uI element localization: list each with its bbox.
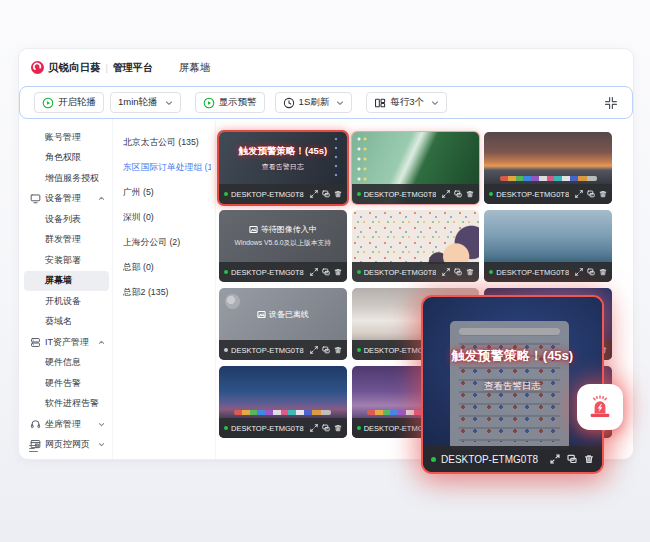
sidebar-item-安装部署[interactable]: 安装部署 (24, 250, 109, 271)
sidebar-item-label: 开机设备 (45, 295, 81, 308)
delete-icon[interactable] (466, 268, 474, 276)
chevron-down-icon (98, 441, 105, 448)
remote-control-icon[interactable] (587, 268, 595, 276)
sidebar-item-屏幕墙[interactable]: 屏幕墙 (24, 271, 109, 292)
group-item[interactable]: 深圳 (0) (123, 205, 211, 230)
page-background: 贝锐向日葵 | 管理平台 屏幕墙 开启轮播1min轮播显示预警1S刷新每行3个 … (0, 0, 650, 542)
screen-tile[interactable]: DESKTOP-ETMG0T8 (352, 210, 480, 282)
play-icon (42, 97, 54, 109)
fullscreen-icon[interactable] (310, 346, 318, 354)
remote-control-icon[interactable] (322, 268, 330, 276)
sidebar-item-增值服务授权[interactable]: 增值服务授权 (24, 168, 109, 189)
tile-device-actions (310, 346, 342, 354)
group-list: 北京太古公司 (135)东区国际订单处理组 (12)广州 (5)深圳 (0)上海… (113, 119, 216, 459)
screen-tile[interactable]: DESKTOP-ETMG0T8 (219, 366, 347, 438)
tile-device-actions (310, 268, 342, 276)
sidebar-item-label: 硬件信息 (45, 356, 81, 369)
compress-view-icon[interactable] (604, 96, 618, 110)
screen-tile[interactable]: 触发预警策略！(45s)查看告警日志DESKTOP-ETMG0T8 (219, 132, 347, 204)
delete-icon[interactable] (466, 190, 474, 198)
sidebar-item-设备管理[interactable]: 设备管理 (24, 189, 109, 210)
sidebar-item-设备列表[interactable]: 设备列表 (24, 209, 109, 230)
tile-device-name: DESKTOP-ETMG0T8 (231, 268, 304, 277)
popup-device-bar: DESKTOP-ETMG0T8 (423, 446, 602, 472)
delete-icon[interactable] (334, 424, 342, 432)
headset-icon (30, 419, 41, 430)
online-status-dot (357, 270, 361, 274)
delete-icon[interactable] (334, 268, 342, 276)
group-item[interactable]: 上海分公司 (2) (123, 230, 211, 255)
sidebar-item-开机设备[interactable]: 开机设备 (24, 291, 109, 312)
alert-popup[interactable]: 触发预警策略！(45s) 查看告警日志 DESKTOP-ETMG0T8 (423, 297, 602, 472)
online-status-dot (224, 192, 228, 196)
image-icon (257, 310, 266, 319)
remote-control-icon[interactable] (454, 268, 462, 276)
alarm-badge[interactable] (577, 384, 623, 430)
tile-device-name: DESKTOP-ETMG0T8 (231, 190, 304, 199)
delete-icon[interactable] (334, 346, 342, 354)
remote-control-icon[interactable] (322, 424, 330, 432)
screen-tile[interactable]: 设备已离线DESKTOP-ETMG0T8 (219, 288, 347, 360)
sidebar-item-label: 群发管理 (45, 233, 81, 246)
delete-icon[interactable] (599, 190, 607, 198)
tile-notice-row: 等待图像传入中 (249, 224, 317, 235)
refresh-interval-button[interactable]: 1S刷新 (275, 92, 353, 113)
delete-icon[interactable] (584, 454, 594, 464)
tile-device-bar: DESKTOP-ETMG0T8 (484, 262, 612, 282)
fullscreen-icon[interactable] (310, 190, 318, 198)
sidebar-item-坐席管理[interactable]: 坐席管理 (24, 414, 109, 435)
remote-control-icon[interactable] (322, 190, 330, 198)
sidebar-collapse-icon[interactable] (28, 443, 39, 454)
group-item[interactable]: 总部2 (135) (123, 280, 211, 305)
group-item[interactable]: 总部 (0) (123, 255, 211, 280)
remote-control-icon[interactable] (567, 454, 577, 464)
tile-device-bar: DESKTOP-ETMG0T8 (219, 184, 347, 204)
tile-device-bar: DESKTOP-ETMG0T8 (352, 262, 480, 282)
start-carousel-button[interactable]: 开启轮播 (34, 92, 104, 113)
screen-tile[interactable]: 等待图像传入中Windows V5.6.0及以上版本支持DESKTOP-ETMG… (219, 210, 347, 282)
sidebar-item-群发管理[interactable]: 群发管理 (24, 230, 109, 251)
fullscreen-icon[interactable] (442, 190, 450, 198)
fullscreen-icon[interactable] (550, 454, 560, 464)
sidebar-item-硬件告警[interactable]: 硬件告警 (24, 373, 109, 394)
sidebar-item-软件进程告警[interactable]: 软件进程告警 (24, 394, 109, 415)
popup-alert-log-link[interactable]: 查看告警日志 (484, 380, 541, 393)
sidebar-item-硬件信息[interactable]: 硬件信息 (24, 353, 109, 374)
remote-control-icon[interactable] (454, 190, 462, 198)
per-row-button[interactable]: 每行3个 (366, 92, 447, 113)
online-status-dot (489, 192, 493, 196)
screen-tile[interactable]: DESKTOP-ETMG0T8 (484, 210, 612, 282)
group-item[interactable]: 东区国际订单处理组 (12) (123, 155, 211, 180)
fullscreen-icon[interactable] (575, 268, 583, 276)
sidebar-item-label: 安装部署 (45, 254, 81, 267)
fullscreen-icon[interactable] (310, 424, 318, 432)
group-item[interactable]: 广州 (5) (123, 180, 211, 205)
screen-tile[interactable]: DESKTOP-ETMG0T8 (352, 132, 480, 204)
remote-control-icon[interactable] (587, 190, 595, 198)
chevron-down-icon (431, 99, 439, 107)
group-item[interactable]: 北京太古公司 (135) (123, 130, 211, 155)
show-alerts-button[interactable]: 显示预警 (195, 92, 265, 113)
fullscreen-icon[interactable] (442, 268, 450, 276)
chevron-down-icon (165, 99, 173, 107)
tab-screen-wall[interactable]: 屏幕墙 (179, 61, 211, 75)
grid-icon (374, 97, 386, 109)
remote-control-icon[interactable] (322, 346, 330, 354)
sidebar-item-角色权限[interactable]: 角色权限 (24, 148, 109, 169)
refresh-interval-label: 1S刷新 (299, 96, 330, 109)
delete-icon[interactable] (599, 268, 607, 276)
sidebar-item-label: 硬件告警 (45, 377, 81, 390)
fullscreen-icon[interactable] (575, 190, 583, 198)
tile-alert-log-link[interactable]: 查看告警日志 (262, 162, 304, 172)
online-status-dot (224, 426, 228, 430)
sidebar-item-账号管理[interactable]: 账号管理 (24, 127, 109, 148)
screen-tile[interactable]: DESKTOP-ETMG0T8 (484, 132, 612, 204)
fullscreen-icon[interactable] (310, 268, 318, 276)
sidebar-item-葵域名[interactable]: 葵域名 (24, 312, 109, 333)
delete-icon[interactable] (334, 190, 342, 198)
sidebar-item-IT资产管理[interactable]: IT资产管理 (24, 332, 109, 353)
tile-alert-title: 触发预警策略！(45s) (238, 145, 327, 158)
carousel-interval-button[interactable]: 1min轮播 (110, 92, 181, 113)
chevron-up-icon (98, 195, 105, 202)
sidebar-item-label: IT资产管理 (45, 336, 89, 349)
